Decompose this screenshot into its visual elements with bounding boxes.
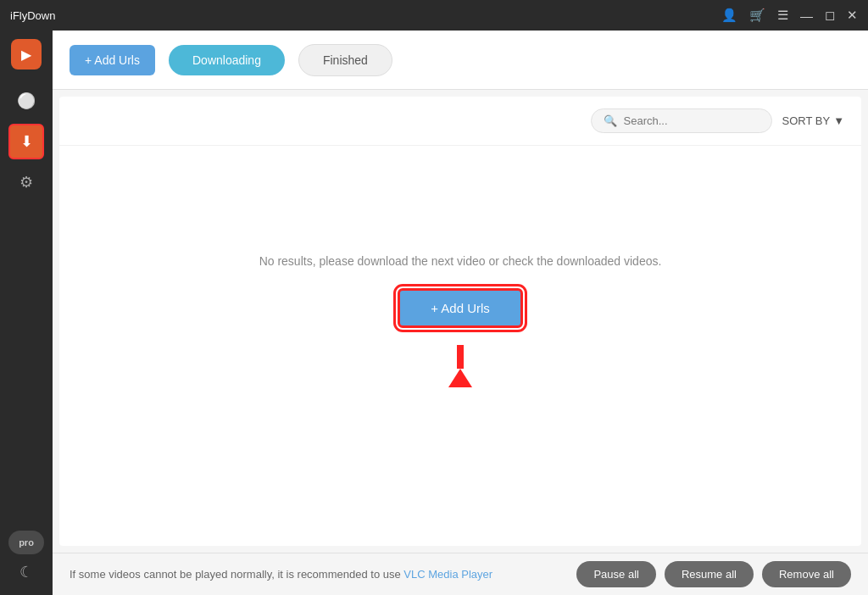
- app-layout: ▶ ⚪ ⬇ ⚙ pro ☾ + Add Urls Downloading Fin…: [0, 31, 868, 595]
- logo-icon: ▶: [21, 47, 31, 63]
- arrow-stem: [457, 345, 464, 369]
- search-input[interactable]: [624, 114, 760, 127]
- arrow-head: [448, 369, 472, 387]
- download-icon: ⬇: [20, 132, 33, 151]
- window-controls: 👤 🛒 ☰ — ◻ ✕: [721, 8, 858, 23]
- remove-all-button[interactable]: Remove all: [762, 561, 851, 587]
- sidebar-item-settings[interactable]: ⚙: [8, 164, 44, 200]
- empty-state: No results, please download the next vid…: [59, 146, 861, 546]
- sidebar-item-media[interactable]: ⚪: [8, 83, 44, 119]
- search-icon: 🔍: [604, 114, 617, 127]
- add-urls-header-button[interactable]: + Add Urls: [70, 45, 155, 75]
- bottom-bar: If some videos cannot be played normally…: [53, 553, 868, 595]
- minimize-icon[interactable]: —: [800, 8, 813, 23]
- theme-toggle[interactable]: ☾: [19, 563, 33, 581]
- empty-state-cta: + Add Urls: [398, 288, 523, 387]
- sidebar: ▶ ⚪ ⬇ ⚙ pro ☾: [0, 31, 53, 595]
- add-urls-center-button[interactable]: + Add Urls: [398, 288, 523, 328]
- menu-icon[interactable]: ☰: [777, 8, 788, 23]
- bottom-info: If some videos cannot be played normally…: [70, 568, 492, 581]
- arrow-up-graphic: [448, 345, 472, 387]
- search-wrapper: 🔍: [591, 108, 772, 133]
- pause-all-button[interactable]: Pause all: [576, 561, 655, 587]
- tab-finished[interactable]: Finished: [298, 44, 392, 76]
- chevron-down-icon: ▼: [833, 114, 844, 127]
- pro-badge[interactable]: pro: [8, 531, 44, 554]
- media-icon: ⚪: [17, 92, 36, 110]
- tab-downloading[interactable]: Downloading: [169, 45, 285, 75]
- sidebar-item-download[interactable]: ⬇: [8, 124, 44, 159]
- pro-label: pro: [19, 537, 34, 548]
- sort-by-button[interactable]: SORT BY ▼: [782, 114, 844, 127]
- vlc-link[interactable]: VLC Media Player: [403, 568, 492, 581]
- maximize-icon[interactable]: ◻: [825, 8, 835, 23]
- main-content: + Add Urls Downloading Finished 🔍 SORT B…: [53, 31, 868, 595]
- cart-icon[interactable]: 🛒: [749, 8, 765, 23]
- empty-message: No results, please download the next vid…: [259, 254, 662, 268]
- app-title: iFlyDown: [10, 9, 55, 22]
- content-area: 🔍 SORT BY ▼ No results, please download …: [59, 97, 861, 546]
- close-icon[interactable]: ✕: [847, 8, 858, 23]
- bottom-actions: Pause all Resume all Remove all: [576, 561, 851, 587]
- settings-icon: ⚙: [19, 173, 33, 192]
- search-bar: 🔍 SORT BY ▼: [59, 97, 861, 146]
- resume-all-button[interactable]: Resume all: [665, 561, 754, 587]
- title-bar: iFlyDown 👤 🛒 ☰ — ◻ ✕: [0, 0, 868, 31]
- user-icon[interactable]: 👤: [721, 8, 737, 23]
- toolbar: + Add Urls Downloading Finished: [53, 31, 868, 90]
- app-logo[interactable]: ▶: [11, 39, 42, 70]
- arrow-indicator: [448, 345, 472, 387]
